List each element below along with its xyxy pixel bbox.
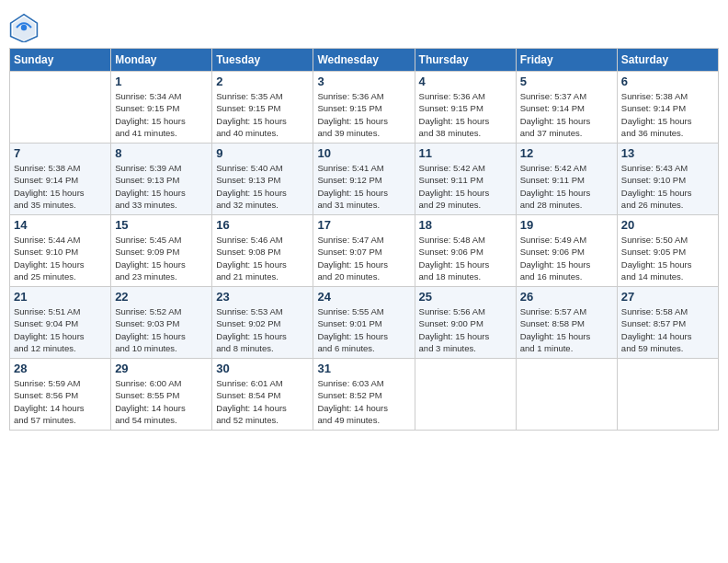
day-number: 10: [317, 146, 410, 160]
day-info: Sunrise: 5:36 AM Sunset: 9:15 PM Dayligh…: [419, 90, 512, 139]
day-number: 9: [216, 146, 309, 160]
day-number: 26: [520, 290, 613, 304]
day-number: 4: [419, 75, 512, 88]
col-header-thursday: Thursday: [415, 49, 516, 72]
col-header-friday: Friday: [516, 49, 617, 72]
col-header-monday: Monday: [111, 49, 212, 72]
day-info: Sunrise: 5:57 AM Sunset: 8:58 PM Dayligh…: [520, 305, 613, 354]
week-row-2: 7Sunrise: 5:38 AM Sunset: 9:14 PM Daylig…: [10, 144, 719, 215]
day-info: Sunrise: 5:36 AM Sunset: 9:15 PM Dayligh…: [317, 90, 410, 139]
day-number: 29: [115, 362, 208, 375]
day-info: Sunrise: 5:43 AM Sunset: 9:10 PM Dayligh…: [621, 162, 714, 211]
col-header-wednesday: Wednesday: [313, 49, 415, 72]
calendar-cell: [617, 359, 718, 431]
day-number: 1: [115, 75, 208, 88]
week-row-4: 21Sunrise: 5:51 AM Sunset: 9:04 PM Dayli…: [10, 287, 719, 359]
calendar-cell: 3Sunrise: 5:36 AM Sunset: 9:15 PM Daylig…: [313, 72, 415, 144]
day-number: 22: [115, 290, 208, 304]
day-info: Sunrise: 5:42 AM Sunset: 9:11 PM Dayligh…: [419, 162, 512, 211]
day-number: 18: [419, 218, 512, 232]
day-info: Sunrise: 6:01 AM Sunset: 8:54 PM Dayligh…: [216, 377, 309, 426]
week-row-3: 14Sunrise: 5:44 AM Sunset: 9:10 PM Dayli…: [10, 215, 719, 287]
day-info: Sunrise: 5:34 AM Sunset: 9:15 PM Dayligh…: [115, 90, 208, 139]
day-info: Sunrise: 5:59 AM Sunset: 8:56 PM Dayligh…: [14, 377, 107, 426]
calendar-cell: 31Sunrise: 6:03 AM Sunset: 8:52 PM Dayli…: [313, 359, 415, 431]
day-info: Sunrise: 5:38 AM Sunset: 9:14 PM Dayligh…: [14, 162, 107, 211]
header-row: SundayMondayTuesdayWednesdayThursdayFrid…: [10, 49, 719, 72]
day-number: 2: [216, 75, 309, 88]
calendar-cell: 4Sunrise: 5:36 AM Sunset: 9:15 PM Daylig…: [415, 72, 516, 144]
day-number: 16: [216, 218, 309, 232]
calendar-cell: 8Sunrise: 5:39 AM Sunset: 9:13 PM Daylig…: [111, 144, 212, 215]
day-number: 28: [14, 362, 107, 375]
day-number: 3: [317, 75, 410, 88]
day-info: Sunrise: 5:37 AM Sunset: 9:14 PM Dayligh…: [520, 90, 613, 139]
calendar-cell: 15Sunrise: 5:45 AM Sunset: 9:09 PM Dayli…: [111, 215, 212, 287]
calendar-cell: 21Sunrise: 5:51 AM Sunset: 9:04 PM Dayli…: [10, 287, 111, 359]
day-number: 31: [317, 362, 410, 375]
calendar-cell: 13Sunrise: 5:43 AM Sunset: 9:10 PM Dayli…: [617, 144, 718, 215]
day-info: Sunrise: 5:38 AM Sunset: 9:14 PM Dayligh…: [621, 90, 714, 139]
calendar-cell: [415, 359, 516, 431]
calendar-cell: 24Sunrise: 5:55 AM Sunset: 9:01 PM Dayli…: [313, 287, 415, 359]
day-number: 19: [520, 218, 613, 232]
day-number: 30: [216, 362, 309, 375]
calendar-cell: 12Sunrise: 5:42 AM Sunset: 9:11 PM Dayli…: [516, 144, 617, 215]
day-number: 7: [14, 146, 107, 160]
day-number: 6: [621, 75, 714, 88]
day-info: Sunrise: 5:44 AM Sunset: 9:10 PM Dayligh…: [14, 234, 107, 282]
calendar-cell: 30Sunrise: 6:01 AM Sunset: 8:54 PM Dayli…: [212, 359, 313, 431]
day-number: 14: [14, 218, 107, 232]
col-header-saturday: Saturday: [617, 49, 718, 72]
day-info: Sunrise: 5:45 AM Sunset: 9:09 PM Dayligh…: [115, 234, 208, 282]
day-number: 20: [621, 218, 714, 232]
day-number: 8: [115, 146, 208, 160]
day-info: Sunrise: 5:49 AM Sunset: 9:06 PM Dayligh…: [520, 234, 613, 282]
svg-point-2: [21, 25, 27, 30]
col-header-tuesday: Tuesday: [212, 49, 313, 72]
day-info: Sunrise: 5:41 AM Sunset: 9:12 PM Dayligh…: [317, 162, 410, 211]
calendar-cell: 1Sunrise: 5:34 AM Sunset: 9:15 PM Daylig…: [111, 72, 212, 144]
calendar-cell: 29Sunrise: 6:00 AM Sunset: 8:55 PM Dayli…: [111, 359, 212, 431]
calendar-cell: 11Sunrise: 5:42 AM Sunset: 9:11 PM Dayli…: [415, 144, 516, 215]
calendar-cell: 17Sunrise: 5:47 AM Sunset: 9:07 PM Dayli…: [313, 215, 415, 287]
day-info: Sunrise: 6:00 AM Sunset: 8:55 PM Dayligh…: [115, 377, 208, 426]
calendar-cell: 9Sunrise: 5:40 AM Sunset: 9:13 PM Daylig…: [212, 144, 313, 215]
calendar-cell: 26Sunrise: 5:57 AM Sunset: 8:58 PM Dayli…: [516, 287, 617, 359]
calendar-cell: 2Sunrise: 5:35 AM Sunset: 9:15 PM Daylig…: [212, 72, 313, 144]
day-number: 15: [115, 218, 208, 232]
day-info: Sunrise: 5:53 AM Sunset: 9:02 PM Dayligh…: [216, 305, 309, 354]
day-info: Sunrise: 5:35 AM Sunset: 9:15 PM Dayligh…: [216, 90, 309, 139]
calendar-cell: 27Sunrise: 5:58 AM Sunset: 8:57 PM Dayli…: [617, 287, 718, 359]
day-number: 5: [520, 75, 613, 88]
day-info: Sunrise: 5:48 AM Sunset: 9:06 PM Dayligh…: [419, 234, 512, 282]
day-info: Sunrise: 5:55 AM Sunset: 9:01 PM Dayligh…: [317, 305, 410, 354]
day-number: 21: [14, 290, 107, 304]
calendar-table: SundayMondayTuesdayWednesdayThursdayFrid…: [9, 48, 719, 431]
week-row-1: 1Sunrise: 5:34 AM Sunset: 9:15 PM Daylig…: [10, 72, 719, 144]
calendar-cell: [10, 72, 111, 144]
day-info: Sunrise: 5:58 AM Sunset: 8:57 PM Dayligh…: [621, 305, 714, 354]
calendar-cell: 23Sunrise: 5:53 AM Sunset: 9:02 PM Dayli…: [212, 287, 313, 359]
calendar-cell: 25Sunrise: 5:56 AM Sunset: 9:00 PM Dayli…: [415, 287, 516, 359]
day-number: 27: [621, 290, 714, 304]
calendar-cell: 16Sunrise: 5:46 AM Sunset: 9:08 PM Dayli…: [212, 215, 313, 287]
day-info: Sunrise: 5:51 AM Sunset: 9:04 PM Dayligh…: [14, 305, 107, 354]
week-row-5: 28Sunrise: 5:59 AM Sunset: 8:56 PM Dayli…: [10, 359, 719, 431]
day-number: 11: [419, 146, 512, 160]
calendar-cell: [516, 359, 617, 431]
calendar-cell: 28Sunrise: 5:59 AM Sunset: 8:56 PM Dayli…: [10, 359, 111, 431]
day-info: Sunrise: 6:03 AM Sunset: 8:52 PM Dayligh…: [317, 377, 410, 426]
calendar-cell: 6Sunrise: 5:38 AM Sunset: 9:14 PM Daylig…: [617, 72, 718, 144]
day-info: Sunrise: 5:46 AM Sunset: 9:08 PM Dayligh…: [216, 234, 309, 282]
day-info: Sunrise: 5:42 AM Sunset: 9:11 PM Dayligh…: [520, 162, 613, 211]
day-info: Sunrise: 5:56 AM Sunset: 9:00 PM Dayligh…: [419, 305, 512, 354]
header: [9, 9, 719, 42]
col-header-sunday: Sunday: [10, 49, 111, 72]
calendar-cell: 19Sunrise: 5:49 AM Sunset: 9:06 PM Dayli…: [516, 215, 617, 287]
calendar-cell: 20Sunrise: 5:50 AM Sunset: 9:05 PM Dayli…: [617, 215, 718, 287]
day-info: Sunrise: 5:52 AM Sunset: 9:03 PM Dayligh…: [115, 305, 208, 354]
day-info: Sunrise: 5:40 AM Sunset: 9:13 PM Dayligh…: [216, 162, 309, 211]
calendar-cell: 18Sunrise: 5:48 AM Sunset: 9:06 PM Dayli…: [415, 215, 516, 287]
day-number: 13: [621, 146, 714, 160]
